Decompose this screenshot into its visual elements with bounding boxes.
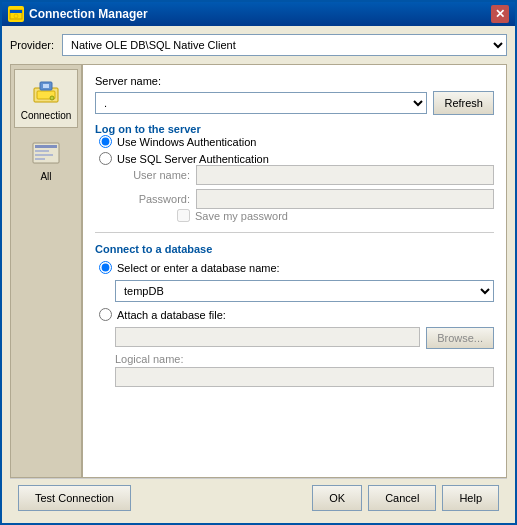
logon-section-title: Log on to the server: [95, 123, 494, 135]
provider-label: Provider:: [10, 39, 54, 51]
sidebar-item-connection[interactable]: Connection: [14, 69, 78, 128]
test-connection-button[interactable]: Test Connection: [18, 485, 131, 511]
window-body: Provider: Native OLE DB\SQL Native Clien…: [2, 26, 515, 523]
sidebar-all-label: All: [40, 171, 51, 182]
password-row: Password:: [115, 189, 494, 209]
attach-file-row: Browse...: [115, 327, 494, 349]
username-row: User name:: [115, 165, 494, 185]
select-db-radio[interactable]: [99, 261, 112, 274]
server-name-select[interactable]: .: [95, 92, 427, 114]
logical-name-label: Logical name:: [115, 353, 494, 365]
save-password-row: Save my password: [95, 209, 494, 222]
svg-rect-12: [35, 158, 45, 160]
logical-name-input[interactable]: [115, 367, 494, 387]
provider-select[interactable]: Native OLE DB\SQL Native Client: [62, 34, 507, 56]
ok-button[interactable]: OK: [312, 485, 362, 511]
svg-point-2: [14, 14, 18, 18]
sql-auth-row: Use SQL Server Authentication: [99, 152, 494, 165]
sql-auth-label: Use SQL Server Authentication: [117, 153, 269, 165]
database-section-title: Connect to a database: [95, 243, 494, 255]
svg-rect-10: [35, 150, 49, 152]
refresh-button[interactable]: Refresh: [433, 91, 494, 115]
footer: Test Connection OK Cancel Help: [10, 478, 507, 515]
sidebar-connection-label: Connection: [21, 110, 72, 121]
auth-radio-group: Use Windows Authentication Use SQL Serve…: [95, 135, 494, 165]
right-panel: Server name: . Refresh Log on to the ser…: [82, 64, 507, 478]
divider: [95, 232, 494, 233]
save-password-checkbox[interactable]: [177, 209, 190, 222]
main-content: Connection All: [10, 64, 507, 478]
footer-left: Test Connection: [18, 485, 131, 511]
attach-radio-row: Attach a database file:: [95, 308, 494, 321]
help-button[interactable]: Help: [442, 485, 499, 511]
logon-section: Log on to the server Use Windows Authent…: [95, 123, 494, 222]
save-password-label: Save my password: [195, 210, 288, 222]
sidebar: Connection All: [10, 64, 82, 478]
svg-point-7: [50, 96, 54, 100]
windows-auth-row: Use Windows Authentication: [99, 135, 494, 148]
windows-auth-radio[interactable]: [99, 135, 112, 148]
username-label: User name:: [115, 169, 190, 181]
sql-auth-radio[interactable]: [99, 152, 112, 165]
browse-button[interactable]: Browse...: [426, 327, 494, 349]
title-bar-label: Connection Manager: [29, 7, 148, 21]
server-name-label: Server name:: [95, 75, 494, 87]
database-section: Connect to a database Select or enter a …: [95, 243, 494, 387]
credentials-group: User name: Password:: [95, 165, 494, 209]
attach-db-label: Attach a database file:: [117, 309, 226, 321]
logical-name-section: Logical name:: [115, 353, 494, 387]
password-label: Password:: [115, 193, 190, 205]
svg-rect-6: [43, 84, 49, 88]
attach-fields: Browse... Logical name:: [95, 327, 494, 387]
attach-db-radio[interactable]: [99, 308, 112, 321]
svg-rect-11: [35, 154, 53, 156]
connection-icon: [28, 76, 64, 108]
select-db-radio-row: Select or enter a database name:: [95, 261, 494, 274]
provider-select-wrapper: Native OLE DB\SQL Native Client: [62, 34, 507, 56]
database-select[interactable]: tempDBmastermsdbmodel: [115, 280, 494, 302]
attach-file-input[interactable]: [115, 327, 420, 347]
title-bar: Connection Manager ✕: [2, 2, 515, 26]
svg-rect-1: [10, 10, 22, 13]
window-icon: [8, 6, 24, 22]
footer-right: OK Cancel Help: [312, 485, 499, 511]
svg-rect-9: [35, 145, 57, 148]
server-name-section: Server name: . Refresh: [95, 75, 494, 115]
close-button[interactable]: ✕: [491, 5, 509, 23]
database-select-wrapper: tempDBmastermsdbmodel: [115, 280, 494, 302]
server-select-wrapper: .: [95, 92, 427, 114]
select-db-label: Select or enter a database name:: [117, 262, 280, 274]
windows-auth-label: Use Windows Authentication: [117, 136, 256, 148]
server-row: . Refresh: [95, 91, 494, 115]
all-icon: [28, 137, 64, 169]
password-input[interactable]: [196, 189, 494, 209]
sidebar-item-all[interactable]: All: [14, 130, 78, 189]
provider-row: Provider: Native OLE DB\SQL Native Clien…: [10, 34, 507, 56]
connection-manager-window: Connection Manager ✕ Provider: Native OL…: [0, 0, 517, 525]
username-input[interactable]: [196, 165, 494, 185]
cancel-button[interactable]: Cancel: [368, 485, 436, 511]
